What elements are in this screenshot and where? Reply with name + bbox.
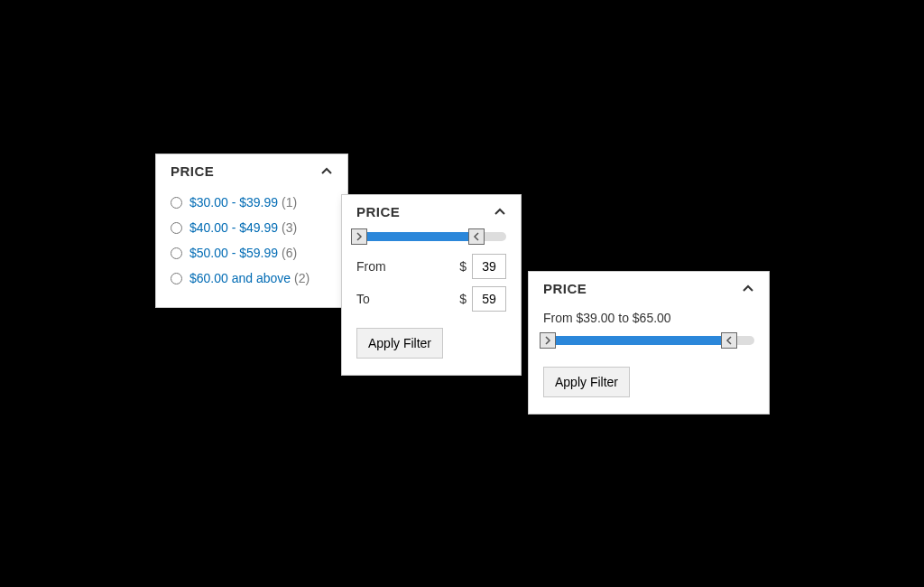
price-option-label: $40.00 - $49.99 bbox=[189, 220, 278, 235]
price-range-text: From $39.00 to $65.00 bbox=[543, 311, 754, 325]
price-option-count: (1) bbox=[282, 195, 297, 210]
price-option-label: $60.00 and above bbox=[189, 271, 291, 285]
price-option[interactable]: $40.00 - $49.99 (3) bbox=[171, 215, 333, 240]
price-filter-radios-card: PRICE $30.00 - $39.99 (1) $40.00 - $49.9… bbox=[155, 154, 348, 308]
price-slider[interactable] bbox=[356, 232, 506, 241]
card-header[interactable]: PRICE bbox=[156, 154, 347, 184]
price-option-count: (6) bbox=[282, 246, 297, 260]
price-option-count: (3) bbox=[282, 220, 297, 235]
card-title: PRICE bbox=[356, 204, 400, 219]
price-option[interactable]: $30.00 - $39.99 (1) bbox=[171, 190, 333, 215]
price-filter-slider-text-card: PRICE From $39.00 to $65.00 Apply Filter bbox=[528, 271, 770, 415]
price-radio[interactable] bbox=[171, 247, 182, 259]
to-label: To bbox=[356, 292, 370, 306]
price-option-count: (2) bbox=[294, 271, 310, 285]
chevron-up-icon bbox=[494, 206, 506, 219]
from-row: From $ bbox=[356, 254, 506, 279]
currency-symbol: $ bbox=[459, 259, 467, 274]
to-input[interactable] bbox=[472, 286, 506, 312]
slider-fill bbox=[359, 232, 476, 241]
apply-filter-button[interactable]: Apply Filter bbox=[543, 367, 630, 397]
price-radio[interactable] bbox=[171, 197, 182, 209]
slider-handle-max[interactable] bbox=[468, 228, 485, 245]
to-row: To $ bbox=[356, 286, 506, 312]
chevron-up-icon bbox=[320, 165, 333, 178]
card-body: $30.00 - $39.99 (1) $40.00 - $49.99 (3) … bbox=[156, 184, 347, 307]
price-radio[interactable] bbox=[171, 222, 182, 234]
slider-handle-min[interactable] bbox=[351, 228, 367, 245]
card-body: From $ To $ Apply Filter bbox=[342, 225, 521, 375]
currency-symbol: $ bbox=[459, 292, 467, 306]
card-title: PRICE bbox=[171, 163, 214, 179]
apply-filter-button[interactable]: Apply Filter bbox=[356, 328, 443, 359]
price-option-label: $50.00 - $59.99 bbox=[189, 246, 278, 260]
from-label: From bbox=[356, 259, 386, 274]
slider-handle-max[interactable] bbox=[721, 332, 737, 349]
price-slider[interactable] bbox=[543, 336, 754, 345]
price-option[interactable]: $50.00 - $59.99 (6) bbox=[171, 240, 333, 266]
card-header[interactable]: PRICE bbox=[342, 195, 521, 225]
price-filter-slider-inputs-card: PRICE From $ To $ bbox=[341, 194, 522, 376]
price-option-label: $30.00 - $39.99 bbox=[189, 195, 278, 210]
from-input[interactable] bbox=[472, 254, 506, 279]
card-body: From $39.00 to $65.00 Apply Filter bbox=[529, 302, 769, 414]
card-header[interactable]: PRICE bbox=[529, 272, 769, 302]
price-option[interactable]: $60.00 and above (2) bbox=[171, 266, 333, 291]
card-title: PRICE bbox=[543, 281, 587, 296]
slider-handle-min[interactable] bbox=[540, 332, 556, 349]
chevron-up-icon bbox=[742, 283, 754, 295]
slider-fill bbox=[548, 336, 729, 345]
price-radio[interactable] bbox=[171, 273, 182, 284]
